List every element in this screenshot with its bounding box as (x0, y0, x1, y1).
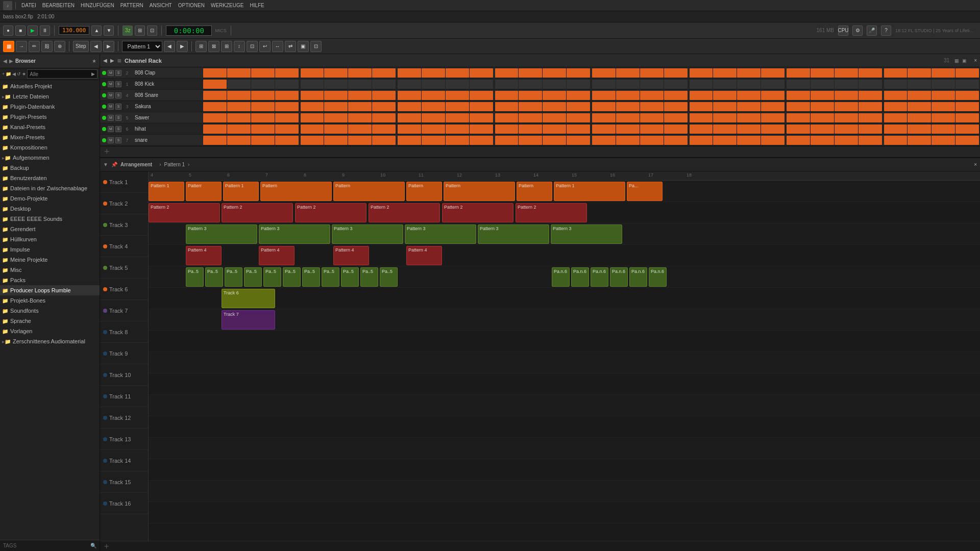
sidebar-item-24[interactable]: 📁Vorlagen (0, 326, 100, 336)
channel-mute-6[interactable]: M (108, 137, 114, 143)
step-5-17[interactable] (616, 124, 640, 134)
step-4-17[interactable] (616, 113, 640, 122)
step-1-1[interactable] (227, 80, 251, 89)
sidebar-item-1[interactable]: ▸📁Letzte Dateien (0, 91, 100, 102)
track-label-15[interactable]: Track 16 (100, 493, 148, 514)
step-6-26[interactable] (835, 136, 858, 145)
step-5-27[interactable] (859, 124, 882, 134)
track-label-13[interactable]: Track 14 (100, 450, 148, 471)
pattern-block-1-5[interactable]: Pattern 2 (516, 203, 587, 222)
step-3-22[interactable] (737, 102, 761, 111)
pattern-block-0-9[interactable]: Pa... (627, 182, 663, 201)
pattern-block-0-7[interactable]: Pattern (517, 182, 552, 201)
step-4-23[interactable] (761, 113, 785, 122)
step-6-30[interactable] (932, 136, 955, 145)
help-btn[interactable]: ? (881, 26, 891, 36)
step-6-6[interactable] (348, 136, 372, 145)
pattern-block-0-0[interactable]: Pattern 1 (149, 182, 184, 201)
step-6-5[interactable] (324, 136, 348, 145)
channel-mute-1[interactable]: M (108, 81, 114, 87)
mode2-button[interactable]: ⊡ (147, 26, 157, 36)
sidebar-item-14[interactable]: 📁Gerendert (0, 224, 100, 234)
step-0-2[interactable] (251, 68, 275, 78)
step-1-12[interactable] (495, 80, 519, 89)
step-0-12[interactable] (495, 68, 519, 78)
pattern-block-4-15[interactable]: Pa.n.6 (629, 267, 647, 287)
track-label-12[interactable]: Track 13 (100, 429, 148, 450)
sidebar-item-5[interactable]: 📁Mixer-Presets (0, 132, 100, 142)
pattern-block-0-3[interactable]: Pattern (260, 182, 332, 201)
pattern-block-1-2[interactable]: Pattern 2 (295, 203, 366, 222)
step-1-14[interactable] (543, 80, 566, 89)
step-3-21[interactable] (713, 102, 737, 111)
step-0-21[interactable] (713, 68, 737, 78)
sidebar-item-20[interactable]: 📁Producer Loops Rumble (0, 285, 100, 295)
step-0-20[interactable] (690, 68, 713, 78)
step-3-2[interactable] (251, 102, 275, 111)
step-6-28[interactable] (884, 136, 908, 145)
step-1-23[interactable] (761, 80, 785, 89)
step-6-11[interactable] (470, 136, 493, 145)
step-1-25[interactable] (811, 80, 834, 89)
step-5-1[interactable] (227, 124, 251, 134)
sidebar-item-0[interactable]: 📁Aktuelles Projekt (0, 81, 100, 91)
pattern-block-4-7[interactable]: Pa..5 (322, 267, 339, 287)
step-2-4[interactable] (301, 91, 324, 100)
step-2-8[interactable] (398, 91, 421, 100)
pattern-block-5-0[interactable]: Track 6 (222, 289, 275, 308)
step-4-16[interactable] (592, 113, 616, 122)
step-0-31[interactable] (955, 68, 979, 78)
step-4-18[interactable] (640, 113, 664, 122)
track-label-7[interactable]: Track 8 (100, 321, 148, 343)
sidebar-item-7[interactable]: ▸📁Aufgenommen (0, 153, 100, 163)
step-1-29[interactable] (908, 80, 931, 89)
step-1-18[interactable] (640, 80, 664, 89)
pattern-selector[interactable]: Pattern 1 (122, 41, 162, 52)
step-6-3[interactable] (275, 136, 299, 145)
step-6-16[interactable] (592, 136, 616, 145)
step-2-27[interactable] (859, 91, 882, 100)
step-0-22[interactable] (737, 68, 761, 78)
pen-button[interactable]: ✏ (29, 41, 40, 52)
step-3-26[interactable] (835, 102, 858, 111)
pattern-block-3-2[interactable]: Pattern 4 (333, 246, 369, 265)
step-6-25[interactable] (811, 136, 834, 145)
pattern-block-2-5[interactable]: Pattern 3 (551, 224, 622, 244)
step-5-9[interactable] (422, 124, 445, 134)
timeline-row-9[interactable] (149, 373, 980, 395)
step-0-1[interactable] (227, 68, 251, 78)
channel-name-2[interactable]: 808 Snare (133, 92, 200, 98)
step-2-15[interactable] (567, 91, 590, 100)
step-1-5[interactable] (324, 80, 348, 89)
track-label-6[interactable]: Track 7 (100, 300, 148, 321)
tool9-btn[interactable]: ▣ (298, 41, 309, 52)
pattern-block-0-1[interactable]: Patterr (186, 182, 222, 201)
step-2-12[interactable] (495, 91, 519, 100)
track-label-2[interactable]: Track 3 (100, 214, 148, 236)
step-6-24[interactable] (787, 136, 810, 145)
channel-solo-4[interactable]: S (115, 115, 121, 121)
step-3-28[interactable] (884, 102, 908, 111)
track-label-11[interactable]: Track 12 (100, 407, 148, 429)
step-4-6[interactable] (348, 113, 372, 122)
menu-hinzufuegen[interactable]: HINZUFÜGEN (78, 3, 117, 8)
mixer-button[interactable]: ▦ (3, 41, 14, 52)
channel-name-0[interactable]: 808 Clap (133, 70, 200, 76)
add-channel-button[interactable]: + (104, 146, 110, 157)
step-6-15[interactable] (567, 136, 590, 145)
pause-button[interactable]: ⏸ (40, 26, 50, 36)
stop-button[interactable]: ■ (15, 26, 26, 36)
step-0-15[interactable] (567, 68, 590, 78)
menu-pattern[interactable]: PATTERN (118, 3, 146, 8)
sidebar-item-16[interactable]: 📁Impulse (0, 244, 100, 255)
step-2-18[interactable] (640, 91, 664, 100)
step-5-13[interactable] (519, 124, 542, 134)
step-2-24[interactable] (787, 91, 810, 100)
track-label-4[interactable]: Track 5 (100, 257, 148, 279)
step-1-30[interactable] (932, 80, 955, 89)
sidebar-item-17[interactable]: 📁Meine Projekte (0, 255, 100, 265)
step-3-0[interactable] (203, 102, 227, 111)
step-5-20[interactable] (690, 124, 713, 134)
step-3-19[interactable] (664, 102, 688, 111)
step-2-30[interactable] (932, 91, 955, 100)
